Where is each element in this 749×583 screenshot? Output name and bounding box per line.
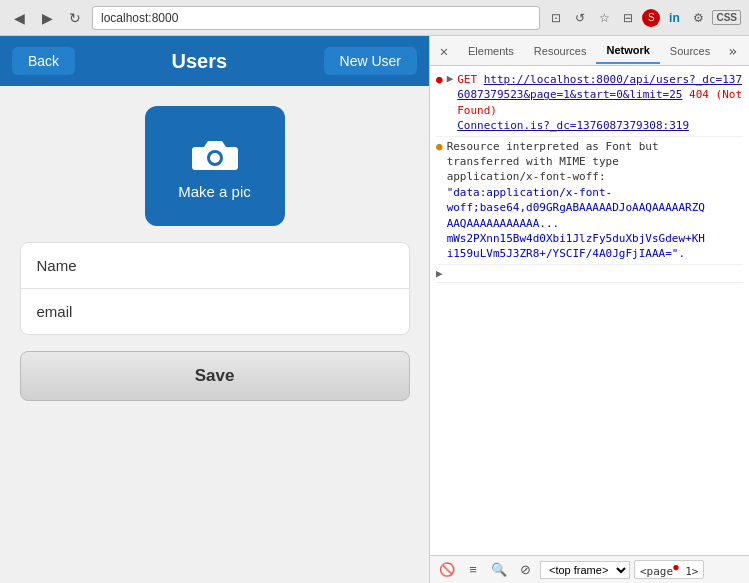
- name-label: Name: [21, 243, 111, 288]
- log-entry-expand: ▶: [436, 265, 743, 283]
- forward-nav-button[interactable]: ▶: [36, 7, 58, 29]
- url-text: localhost:8000: [101, 11, 178, 25]
- expand-icon-2[interactable]: ▶: [436, 267, 443, 280]
- tab-resources[interactable]: Resources: [524, 39, 597, 63]
- css-badge: CSS: [712, 10, 741, 25]
- tab-network[interactable]: Network: [596, 38, 659, 64]
- devtools-panel: ✕ Elements Resources Network Sources » ●…: [430, 36, 749, 583]
- address-bar[interactable]: localhost:8000: [92, 6, 540, 30]
- profile-icon[interactable]: S: [642, 9, 660, 27]
- page-num: 1: [679, 564, 692, 577]
- get-label: GET: [457, 73, 484, 86]
- page-icon[interactable]: ⊡: [546, 8, 566, 28]
- camera-icon: [190, 133, 240, 173]
- devtools-content: ● ▶ GET http://localhost:8000/api/users?…: [430, 66, 749, 555]
- log-entry-2: ● Resource interpreted as Font but trans…: [436, 137, 743, 265]
- page-close-label: >: [692, 564, 699, 577]
- linkedin-icon[interactable]: in: [664, 8, 684, 28]
- save-button[interactable]: Save: [20, 351, 410, 401]
- app-header: Back Users New User: [0, 36, 429, 86]
- devtools-footer: 🚫 ≡ 🔍 ⊘ <top frame> <page● 1>: [430, 555, 749, 583]
- camera-btn-label: Make a pic: [178, 183, 251, 200]
- tab-elements[interactable]: Elements: [458, 39, 524, 63]
- page-label: <page: [640, 564, 673, 577]
- devtools-tabs: ✕ Elements Resources Network Sources »: [430, 36, 749, 66]
- ext-icon[interactable]: ⚙: [688, 8, 708, 28]
- page-badge: <page● 1>: [634, 560, 704, 580]
- browser-icons: ⊡ ↺ ☆ ⊟ S in ⚙ CSS: [546, 8, 741, 28]
- connection-link[interactable]: Connection.is?_dc=1376087379308:319: [457, 119, 689, 132]
- more-tabs-icon[interactable]: »: [721, 39, 745, 63]
- main-split: Back Users New User Make a pic Name: [0, 36, 749, 583]
- email-label: email: [21, 289, 111, 334]
- app-panel: Back Users New User Make a pic Name: [0, 36, 430, 583]
- footer-search-button[interactable]: 🔍: [488, 559, 510, 581]
- email-input[interactable]: [111, 289, 409, 334]
- frame-select[interactable]: <top frame>: [540, 561, 630, 579]
- browser-chrome: ◀ ▶ ↻ localhost:8000 ⊡ ↺ ☆ ⊟ S in ⚙ CSS: [0, 0, 749, 36]
- log-entry-1: ● ▶ GET http://localhost:8000/api/users?…: [436, 70, 743, 137]
- email-row: email: [21, 289, 409, 334]
- error-icon-2: ●: [436, 140, 443, 153]
- footer-filter-button[interactable]: ≡: [462, 559, 484, 581]
- form-section: Name email: [20, 242, 410, 335]
- back-button[interactable]: Back: [12, 47, 75, 75]
- name-input[interactable]: [111, 243, 409, 288]
- devtools-close-button[interactable]: ✕: [434, 41, 454, 61]
- star-icon[interactable]: ☆: [594, 8, 614, 28]
- reload-icon[interactable]: ↺: [570, 8, 590, 28]
- svg-point-1: [210, 153, 220, 163]
- name-row: Name: [21, 243, 409, 289]
- footer-block-button[interactable]: ⊘: [514, 559, 536, 581]
- font-data-link[interactable]: "data:application/x-font- woff;base64,d0…: [447, 186, 705, 261]
- new-user-button[interactable]: New User: [324, 47, 417, 75]
- tab-sources[interactable]: Sources: [660, 39, 720, 63]
- camera-button[interactable]: Make a pic: [145, 106, 285, 226]
- log-text-1: GET http://localhost:8000/api/users?_dc=…: [457, 72, 743, 134]
- page-title: Users: [172, 50, 228, 73]
- back-nav-button[interactable]: ◀: [8, 7, 30, 29]
- log-text-2: Resource interpreted as Font but transfe…: [447, 139, 705, 262]
- error-icon-1: ●: [436, 73, 443, 86]
- expand-icon-1[interactable]: ▶: [447, 72, 454, 85]
- app-content: Make a pic Name email Save: [0, 86, 429, 421]
- window-icon[interactable]: ⊟: [618, 8, 638, 28]
- footer-clear-button[interactable]: 🚫: [436, 559, 458, 581]
- reload-button[interactable]: ↻: [64, 7, 86, 29]
